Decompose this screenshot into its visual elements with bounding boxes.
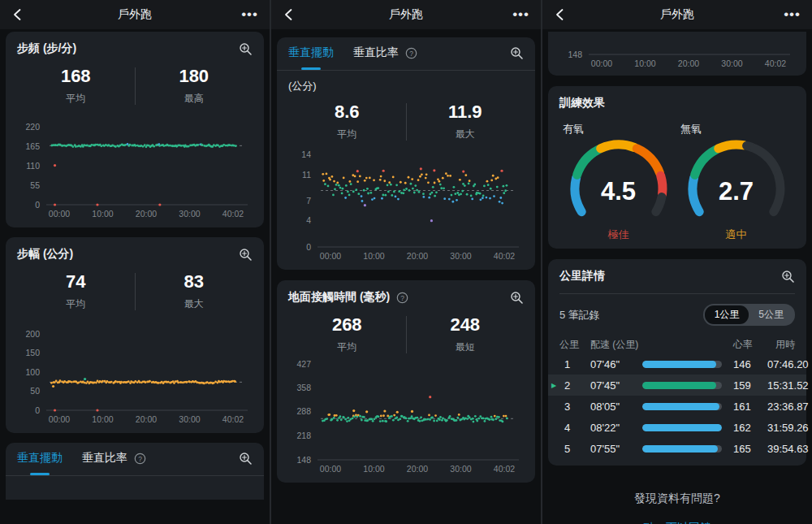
tab-vertical-ratio[interactable]: 垂直比率 <box>353 45 399 60</box>
aerobic-gauge: 4.5 <box>562 138 676 226</box>
divider <box>559 293 795 294</box>
svg-text:20:00: 20:00 <box>678 58 699 68</box>
header-pace: 配速 (公里) <box>590 338 642 352</box>
vertical-oscillation-card-peek: 垂直擺動 垂直比率 ? <box>6 443 264 500</box>
lap-heart-rate: 159 <box>733 379 767 392</box>
stat-label: 平均 <box>17 297 135 311</box>
svg-text:00:00: 00:00 <box>591 58 612 68</box>
zoom-in-icon[interactable] <box>510 291 524 305</box>
card-title: 步幅 (公分) <box>17 247 73 262</box>
records-count: 5 筆記錄 <box>559 308 600 323</box>
svg-text:30:00: 30:00 <box>450 251 471 261</box>
gauge-value: 4.5 <box>562 177 676 206</box>
svg-text:4: 4 <box>306 215 311 225</box>
cadence-stats: 168平均 180最高 <box>17 66 253 106</box>
svg-text:0: 0 <box>35 405 40 415</box>
lap-time: 39:54.63 <box>767 443 809 455</box>
lap-number: 2 <box>559 379 590 392</box>
help-icon[interactable]: ? <box>134 453 146 465</box>
lap-pace: 07'55" <box>590 443 642 455</box>
svg-text:14: 14 <box>301 149 311 159</box>
screens-row: 戶外跑 ••• 步頻 (步/分) 168平均 180最高 22016511055… <box>0 0 812 524</box>
stat-label: 平均 <box>17 92 135 106</box>
stat-label: 平均 <box>288 128 406 141</box>
svg-text:218: 218 <box>296 431 311 440</box>
vertical-oscillation-card: 垂直擺動 垂直比率 ? (公分) 8.6平均 11.9最大 141174000:… <box>277 37 535 270</box>
gauge-value: 2.7 <box>680 177 793 206</box>
overflow-menu-icon[interactable]: ••• <box>784 6 801 23</box>
svg-text:20:00: 20:00 <box>136 209 157 219</box>
lap-number: 3 <box>559 401 590 413</box>
pace-bar <box>642 424 733 431</box>
lap-heart-rate: 165 <box>733 443 767 455</box>
svg-text:30:00: 30:00 <box>721 58 742 68</box>
help-icon[interactable]: ? <box>396 292 408 304</box>
overflow-menu-icon[interactable]: ••• <box>512 6 529 23</box>
svg-text:0: 0 <box>306 242 311 252</box>
app-header: 戶外跑 ••• <box>0 0 270 29</box>
svg-text:200: 200 <box>25 329 40 339</box>
gauge-name: 有氧 <box>563 122 677 136</box>
tab-vertical-oscillation[interactable]: 垂直擺動 <box>288 45 334 60</box>
feedback-link[interactable]: 點一下以回饋 <box>542 521 812 524</box>
lap-number: 1 <box>559 358 590 370</box>
table-row[interactable]: ▶408'22"16231:59.26 <box>548 417 806 438</box>
zoom-in-icon[interactable] <box>510 46 524 60</box>
svg-text:40:02: 40:02 <box>494 464 515 474</box>
svg-text:30:00: 30:00 <box>179 209 200 219</box>
phone-screen-1: 戶外跑 ••• 步頻 (步/分) 168平均 180最高 22016511055… <box>0 0 270 524</box>
card-title: 地面接觸時間 (毫秒) <box>288 290 390 305</box>
zoom-in-icon[interactable] <box>239 452 253 466</box>
km-details-card: 公里詳情 5 筆記錄 1公里5公里 公里 配速 (公里) 心率 用時 <box>548 259 806 466</box>
segmented-option[interactable]: 1公里 <box>705 305 749 324</box>
svg-text:?: ? <box>400 293 404 301</box>
tab-vertical-ratio[interactable]: 垂直比率 <box>82 451 127 466</box>
table-row[interactable]: ▶308'05"16123:36.87 <box>548 396 806 417</box>
stat-value: 83 <box>136 271 253 292</box>
help-icon[interactable]: ? <box>405 47 417 59</box>
table-row[interactable]: ▶207'45"15915:31.52 <box>548 375 806 396</box>
page-title: 戶外跑 <box>0 7 270 22</box>
zoom-in-icon[interactable] <box>239 42 253 56</box>
overflow-menu-icon[interactable]: ••• <box>241 6 258 23</box>
phone-screen-2: 戶外跑 ••• 垂直擺動 垂直比率 ? (公分) 8.6平均 <box>270 0 541 524</box>
gauge-status: 極佳 <box>559 227 677 242</box>
ground-contact-time-chart: 42735828821814800:0010:0020:0030:0040:02 <box>288 354 524 476</box>
svg-text:7: 7 <box>306 196 311 206</box>
distance-segmented-control: 1公里5公里 <box>703 304 795 326</box>
stat-label: 最大 <box>407 128 525 141</box>
km-table-header: 公里 配速 (公里) 心率 用時 <box>548 336 806 353</box>
table-row[interactable]: ▶107'46"14607:46.20 <box>548 353 806 375</box>
svg-text:20:00: 20:00 <box>136 414 157 424</box>
svg-text:00:00: 00:00 <box>320 464 341 474</box>
table-row[interactable]: ▶507'55"16539:54.63 <box>548 438 806 459</box>
zoom-in-icon[interactable] <box>781 270 795 284</box>
svg-text:148: 148 <box>296 455 311 465</box>
phone-screen-3: 戶外跑 ••• 14800:0010:0020:0030:0040:02 訓練效… <box>541 0 812 524</box>
svg-text:358: 358 <box>296 383 311 392</box>
lap-pace: 08'22" <box>590 422 642 434</box>
aerobic-gauge-block: 有氧 4.5 極佳 <box>559 115 677 242</box>
km-rows: ▶107'46"14607:46.20▶207'45"15915:31.52▶3… <box>548 353 806 459</box>
stat-value: 180 <box>136 66 253 87</box>
stat-value: 268 <box>288 314 406 336</box>
svg-text:10:00: 10:00 <box>92 209 113 219</box>
segmented-option[interactable]: 5公里 <box>749 305 793 324</box>
lap-pace: 07'45" <box>590 379 642 392</box>
svg-text:30:00: 30:00 <box>450 464 471 474</box>
stat-label: 最短 <box>407 340 525 354</box>
svg-text:40:02: 40:02 <box>765 58 786 68</box>
zoom-in-icon[interactable] <box>239 248 253 262</box>
card-title: 公里詳情 <box>559 269 605 284</box>
svg-text:150: 150 <box>25 348 40 357</box>
header-km: 公里 <box>559 338 590 352</box>
tab-vertical-oscillation[interactable]: 垂直擺動 <box>17 451 63 466</box>
stat-label: 最大 <box>136 297 253 311</box>
svg-text:?: ? <box>138 454 142 462</box>
svg-text:00:00: 00:00 <box>320 251 341 261</box>
svg-text:165: 165 <box>25 141 40 151</box>
svg-text:20:00: 20:00 <box>407 464 428 474</box>
tabs-divider <box>277 70 535 71</box>
svg-text:427: 427 <box>296 359 311 369</box>
svg-text:00:00: 00:00 <box>49 414 70 424</box>
